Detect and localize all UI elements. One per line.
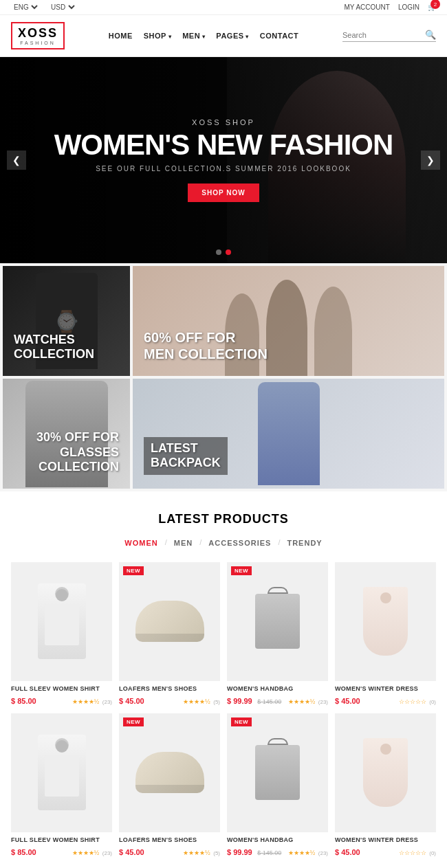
product-price: $ 45.00	[335, 697, 360, 705]
login-link[interactable]: LOGIN	[398, 3, 419, 11]
product-stars: ★★★★½	[183, 698, 210, 705]
product-badge: NEW	[123, 717, 144, 726]
promo-watches[interactable]: ⌚ WATCHESCOLLECTION	[3, 266, 130, 376]
product-stars: ★★★★½	[288, 849, 316, 856]
product-rating: (23)	[318, 850, 328, 856]
product-image: NEW	[119, 562, 220, 681]
product-rating: (5)	[213, 850, 220, 856]
promo-men-label: 60% OFF FORMEN COLLECTION	[144, 329, 268, 362]
promo-backpack[interactable]: LATESTBACKPACK	[133, 379, 444, 489]
product-name: WOMEN'S HANDBAG	[227, 836, 328, 843]
top-bar-left: ENG USD	[11, 3, 77, 12]
search-input[interactable]	[342, 31, 425, 39]
logo[interactable]: XOSS FASHION	[11, 22, 65, 49]
hero-content: XOSS SHOP WOMEN'S NEW FASHION SEE OUR FU…	[27, 118, 421, 202]
product-image	[335, 713, 436, 832]
language-select[interactable]: ENG	[11, 3, 40, 12]
nav-home[interactable]: HOME	[109, 32, 133, 40]
product-name: LOAFERS MEN'S SHOES	[119, 685, 220, 692]
product-price: $ 99.99	[227, 697, 252, 705]
product-rating: (0)	[429, 699, 436, 705]
top-bar-right: MY ACCOUNT LOGIN 🛒 2	[344, 3, 436, 11]
cart-icon[interactable]: 🛒 2	[428, 3, 436, 11]
product-price: $ 85.00	[11, 848, 36, 856]
backpack-silhouette	[258, 382, 320, 485]
product-stars: ☆☆☆☆☆	[399, 698, 426, 705]
cart-badge: 2	[430, 0, 440, 9]
product-old-price: $ 145.00	[257, 698, 281, 705]
promo-glasses[interactable]: 30% OFF FORGLASSES COLLECTION	[3, 379, 130, 489]
hero-cta-button[interactable]: SHOP NOW	[188, 183, 259, 202]
product-name: WOMEN'S HANDBAG	[227, 685, 328, 692]
product-card[interactable]: WOMEN'S WINTER DRESS $ 45.00 ☆☆☆☆☆ (0)	[335, 713, 436, 858]
currency-select[interactable]: USD	[48, 3, 77, 12]
tab-men[interactable]: MEN	[167, 536, 199, 550]
product-card[interactable]: FULL SLEEV WOMEN SHIRT $ 85.00 ★★★★½ (23…	[11, 713, 112, 858]
product-card[interactable]: FULL SLEEV WOMEN SHIRT $ 85.00 ★★★★½ (23…	[11, 562, 112, 706]
product-stars: ★★★★½	[183, 849, 210, 856]
hero-prev-button[interactable]: ❮	[7, 151, 26, 170]
nav-pages[interactable]: PAGES	[216, 32, 248, 40]
promo-backpack-label: LATESTBACKPACK	[144, 437, 228, 475]
product-rating: (23)	[102, 850, 112, 856]
tab-trendy[interactable]: TRENDY	[280, 536, 329, 550]
product-badge: NEW	[231, 566, 252, 575]
tab-women[interactable]: WOMEN	[118, 536, 164, 550]
product-grid: FULL SLEEV WOMEN SHIRT $ 85.00 ★★★★½ (23…	[11, 562, 436, 706]
product-card[interactable]: NEW WOMEN'S HANDBAG $ 99.99 $ 145.00 ★★★…	[227, 562, 328, 706]
product-card[interactable]: NEW LOAFERS MEN'S SHOES $ 45.00 ★★★★½ (5…	[119, 562, 220, 706]
hero-next-button[interactable]: ❯	[421, 151, 440, 170]
promo-glasses-label: 30% OFF FORGLASSES COLLECTION	[3, 430, 119, 475]
product-image	[335, 562, 436, 681]
my-account-link[interactable]: MY ACCOUNT	[344, 3, 390, 11]
product-price: $ 45.00	[335, 848, 360, 856]
logo-main: XOSS	[18, 26, 58, 41]
product-name: LOAFERS MEN'S SHOES	[119, 836, 220, 843]
product-name: FULL SLEEV WOMEN SHIRT	[11, 836, 112, 843]
product-name: WOMEN'S WINTER DRESS	[335, 836, 436, 843]
hero-dot-1[interactable]	[216, 249, 221, 255]
product-stars: ★★★★½	[72, 849, 100, 856]
product-price: $ 85.00	[11, 697, 36, 705]
nav-shop[interactable]: SHOP	[144, 32, 171, 40]
product-name: FULL SLEEV WOMEN SHIRT	[11, 685, 112, 692]
products-section: LATEST PRODUCTS WOMEN / MEN / ACCESSORIE…	[0, 491, 447, 865]
product-name: WOMEN'S WINTER DRESS	[335, 685, 436, 692]
top-bar: ENG USD MY ACCOUNT LOGIN 🛒 2	[0, 0, 447, 15]
product-stars: ★★★★½	[72, 698, 100, 705]
product-card[interactable]: NEW LOAFERS MEN'S SHOES $ 45.00 ★★★★½ (5…	[119, 713, 220, 858]
nav-contact[interactable]: CONTACT	[260, 32, 298, 40]
hero-slider: ❮ XOSS SHOP WOMEN'S NEW FASHION SEE OUR …	[0, 57, 447, 263]
main-nav: HOME SHOP MEN PAGES CONTACT	[109, 32, 299, 40]
product-stars: ★★★★½	[288, 698, 316, 705]
section-title: LATEST PRODUCTS	[11, 512, 436, 526]
product-image: NEW	[119, 713, 220, 832]
promo-men[interactable]: 60% OFF FORMEN COLLECTION	[133, 266, 444, 376]
header: XOSS FASHION HOME SHOP MEN PAGES CONTACT…	[0, 15, 447, 57]
product-grid-2: FULL SLEEV WOMEN SHIRT $ 85.00 ★★★★½ (23…	[11, 713, 436, 858]
product-image	[11, 562, 112, 681]
product-badge: NEW	[123, 566, 144, 575]
tab-accessories[interactable]: ACCESSORIES	[201, 536, 278, 550]
product-price: $ 45.00	[119, 848, 144, 856]
product-card[interactable]: NEW WOMEN'S HANDBAG $ 99.99 $ 145.00 ★★★…	[227, 713, 328, 858]
hero-subtitle: SEE OUR FULL COLLECTION.S SUMMER 2016 LO…	[54, 165, 393, 173]
product-tabs: WOMEN / MEN / ACCESSORIES / TRENDY	[11, 536, 436, 550]
product-price: $ 45.00	[119, 697, 144, 705]
nav-men[interactable]: MEN	[182, 32, 205, 40]
logo-sub: FASHION	[20, 41, 56, 45]
product-stars: ☆☆☆☆☆	[399, 849, 426, 856]
product-price: $ 99.99	[227, 848, 252, 856]
promo-grid: ⌚ WATCHESCOLLECTION 60% OFF FORMEN COLLE…	[0, 263, 447, 491]
product-rating: (23)	[318, 699, 328, 705]
product-old-price: $ 145.00	[257, 849, 281, 856]
product-card[interactable]: WOMEN'S WINTER DRESS $ 45.00 ☆☆☆☆☆ (0)	[335, 562, 436, 706]
product-image: NEW	[227, 713, 328, 832]
search-button[interactable]: 🔍	[425, 30, 436, 40]
product-badge: NEW	[231, 717, 252, 726]
hero-title: WOMEN'S NEW FASHION	[54, 131, 393, 159]
hero-dots	[216, 249, 231, 255]
hero-dot-2[interactable]	[226, 249, 231, 255]
product-rating: (23)	[102, 699, 112, 705]
search-box: 🔍	[342, 30, 436, 42]
